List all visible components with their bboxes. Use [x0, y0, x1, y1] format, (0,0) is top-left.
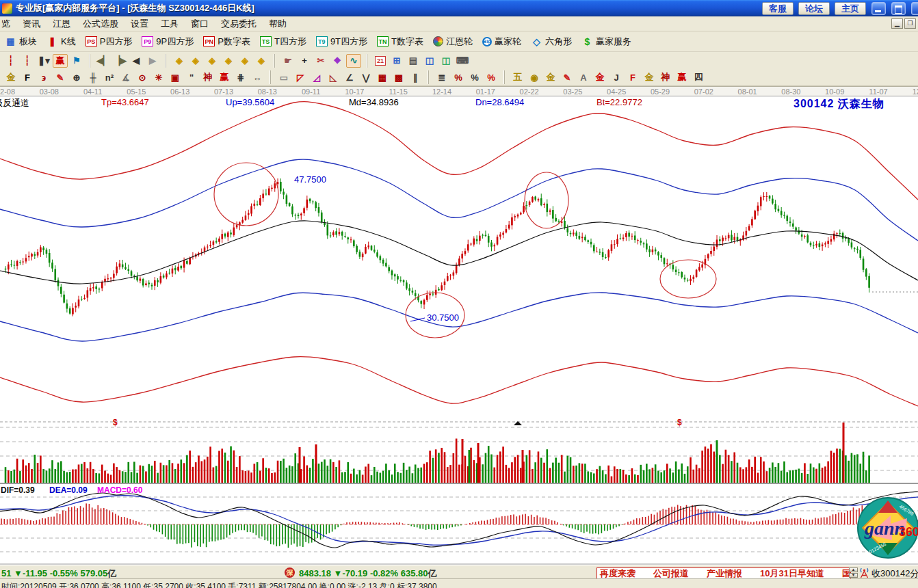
wave-icon[interactable]: ∿ — [346, 54, 361, 68]
toolbar-item-bankuai[interactable]: ▦板块 — [5, 36, 37, 48]
menu-item-0[interactable]: 览 — [0, 16, 16, 31]
ornament-icon[interactable]: ❖ — [330, 54, 345, 68]
first-page-icon[interactable]: ◀▏ — [96, 54, 111, 68]
circle-gold-icon[interactable]: ◉ — [527, 70, 542, 84]
menu-item-4[interactable]: 设置 — [124, 16, 155, 31]
notebook-icon[interactable]: ▤ — [406, 54, 421, 68]
toolbar-item-hexagon[interactable]: ◇六角形 — [531, 36, 572, 48]
toolbar-item-label: 江恩轮 — [446, 36, 473, 48]
ticker-down-button[interactable]: ▼ — [849, 573, 858, 578]
restore-button[interactable] — [891, 2, 906, 15]
comb-icon[interactable]: ╫ — [86, 70, 101, 84]
square-number-icon[interactable]: n² — [102, 70, 117, 84]
toolbar-item-yingjia-wheel[interactable]: Big赢家轮 — [482, 36, 521, 48]
ruler-icon[interactable]: ⋕ — [233, 70, 248, 84]
fan-box2-icon[interactable]: ◺ — [326, 70, 341, 84]
toolbar-item-kline[interactable]: ❚K线 — [47, 36, 76, 48]
menu-item-5[interactable]: 工具 — [155, 16, 185, 31]
shen-angle-icon[interactable]: 神 — [658, 70, 673, 84]
toolbar-item-service[interactable]: $赢家服务 — [581, 36, 631, 48]
kline-9-icon[interactable]: ┆ — [20, 54, 35, 68]
sort-flag-icon[interactable]: ⚑ — [69, 54, 84, 68]
bars-icon[interactable]: ≣ — [434, 70, 449, 84]
hand-tool-icon[interactable]: ☛ — [280, 54, 296, 68]
percent-red-icon[interactable]: % — [484, 70, 499, 84]
percent-icon[interactable]: % — [467, 70, 482, 84]
ying-grid-icon[interactable]: 赢 — [217, 70, 232, 84]
pin-line-icon[interactable]: ✎ — [560, 70, 575, 84]
kline-3-icon[interactable]: ┆ — [3, 54, 18, 68]
circle-cross-icon[interactable]: ⊕ — [69, 70, 84, 84]
last-page-icon[interactable]: ▕▶ — [112, 54, 127, 68]
f-tool-icon[interactable]: F — [20, 70, 35, 84]
angle-icon[interactable]: ∡ — [118, 70, 133, 84]
diamond-right-icon[interactable]: ◈ — [188, 54, 203, 68]
j-angle-icon[interactable]: J — [609, 70, 624, 84]
menu-item-6[interactable]: 窗口 — [185, 16, 215, 31]
forum-button[interactable]: 论坛 — [798, 2, 830, 15]
menu-item-7[interactable]: 交易委托 — [215, 16, 263, 31]
gold-angle-icon[interactable]: 金 — [642, 70, 657, 84]
percent-line-icon[interactable]: % — [451, 70, 466, 84]
spiral-icon[interactable]: ϶ — [36, 70, 51, 84]
crosshair-icon[interactable]: + — [297, 54, 312, 68]
gold-red-icon[interactable]: 金 — [592, 70, 607, 84]
shen-grid-icon[interactable]: 神 — [200, 70, 215, 84]
close-button[interactable] — [911, 2, 918, 15]
parallel-icon[interactable]: ∥ — [408, 70, 423, 84]
h-arrows-icon[interactable]: ↔ — [250, 70, 265, 84]
ying-angle-icon[interactable]: 赢 — [674, 70, 690, 84]
menu-item-3[interactable]: 公式选股 — [77, 16, 124, 31]
toolbar-item-p-square[interactable]: PSP四方形 — [86, 36, 133, 48]
toolbar-item-p-table[interactable]: PNP数字表 — [203, 36, 250, 48]
diamond-all-icon[interactable]: ◈ — [254, 54, 269, 68]
v-line-icon[interactable]: ⋁ — [358, 70, 373, 84]
angle-line-icon[interactable]: ∠ — [342, 70, 357, 84]
menu-item-2[interactable]: 江恩 — [47, 16, 77, 31]
toolbar-item-t-table[interactable]: TNT数字表 — [377, 36, 423, 48]
a-line-icon[interactable]: A — [576, 70, 591, 84]
scissors-icon[interactable]: ✂ — [313, 54, 328, 68]
grid-red-icon[interactable]: ▦ — [375, 70, 390, 84]
menu-item-8[interactable]: 帮助 — [263, 16, 293, 31]
diamond-v-icon[interactable]: ◈ — [237, 54, 252, 68]
fan-box-icon[interactable]: ◿ — [309, 70, 324, 84]
calculator-icon[interactable]: ⊞ — [389, 54, 404, 68]
gold-grid-icon[interactable]: 金 — [3, 70, 18, 84]
yingjia-icon[interactable]: 赢 — [53, 54, 68, 68]
save-web-icon[interactable]: ◫ — [438, 54, 454, 68]
five-line-icon[interactable]: 五 — [510, 70, 525, 84]
grid-red2-icon[interactable]: ▩ — [391, 70, 406, 84]
toolbar-item-9p-square[interactable]: P99P四方形 — [142, 36, 194, 48]
prev-icon[interactable]: ◀ — [129, 54, 144, 68]
gold-line-icon[interactable]: 金 — [543, 70, 558, 84]
marks-icon[interactable]: ʺ — [184, 70, 199, 84]
p-table-icon: PN — [203, 36, 215, 46]
calendar-icon[interactable]: 21 — [375, 56, 386, 66]
diamond-cross-icon[interactable]: ◈ — [221, 54, 236, 68]
minimize-button[interactable] — [871, 2, 886, 15]
si-angle-icon[interactable]: 四 — [691, 70, 706, 84]
f-angle-icon[interactable]: F — [625, 70, 640, 84]
period-dropdown-icon[interactable]: ❚▾ — [36, 54, 51, 68]
rect-tool-icon[interactable]: ▭ — [276, 70, 291, 84]
save-icon[interactable]: ◫ — [422, 54, 437, 68]
diamond-h-icon[interactable]: ◈ — [205, 54, 220, 68]
menu-item-1[interactable]: 资讯 — [16, 16, 47, 31]
gann-fan-icon[interactable]: ◸ — [293, 70, 308, 84]
home-button[interactable]: 主页 — [835, 2, 866, 15]
toolbar-item-9t-square[interactable]: T99T四方形 — [316, 36, 367, 48]
target-icon[interactable]: ⊙ — [135, 70, 150, 84]
mdi-minimize-button[interactable]: ▁ — [891, 18, 903, 29]
diamond-left-icon[interactable]: ◈ — [172, 54, 187, 68]
toolbar-item-t-square[interactable]: TST四方形 — [260, 36, 306, 48]
device-icon[interactable]: ⌨ — [455, 54, 470, 68]
box-burst-icon[interactable]: ▣ — [168, 70, 183, 84]
next-icon[interactable]: ▶ — [145, 54, 160, 68]
mdi-restore-button[interactable]: ❐ — [904, 18, 916, 29]
pen-icon[interactable]: ✎ — [53, 70, 68, 84]
toolbar-item-gann-wheel[interactable]: 江恩轮 — [433, 36, 473, 48]
customer-service-button[interactable]: 客服 — [762, 2, 794, 15]
starburst-icon[interactable]: ✳ — [151, 70, 166, 84]
ticker-up-button[interactable]: ▲ — [849, 567, 858, 572]
